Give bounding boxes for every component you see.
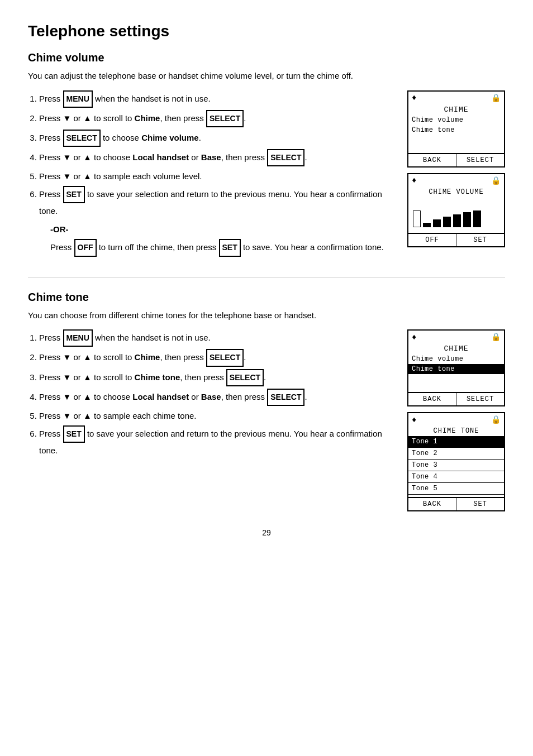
back-btn-1[interactable]: BACK	[408, 154, 456, 166]
screen-lock-4: 🔒	[491, 415, 501, 424]
chime-tone-menu-screen: ♦ 🔒 CHIME Chime volume Chime tone BACK S…	[407, 329, 505, 406]
chime-volume-intro: You can adjust the telephone base or han…	[28, 70, 505, 83]
set-key-3: SET	[63, 425, 85, 443]
screen-top-bar-4: ♦ 🔒	[408, 413, 504, 426]
screen-arrow-2: ♦	[412, 176, 416, 185]
chime-volume-item-2: Chime volume	[408, 354, 504, 364]
chime-tone-content: Press MENU when the handset is not in us…	[28, 329, 505, 511]
vol-bar-5	[463, 212, 471, 227]
step-3: Press SELECT to choose Chime volume.	[39, 130, 396, 147]
chime-volume-instructions: Press MENU when the handset is not in us…	[28, 90, 396, 260]
screen-buttons-4: BACK SET	[408, 497, 504, 510]
off-key: OFF	[74, 239, 97, 256]
page-number: 29	[28, 528, 505, 537]
screen-lock-3: 🔒	[491, 332, 501, 342]
volume-bars	[408, 197, 504, 231]
set-key-1: SET	[63, 186, 85, 203]
tone-step-2: Press ▼ or ▲ to scroll to Chime, then pr…	[39, 349, 396, 366]
chime-tone-list-screen: ♦ 🔒 CHIME TONE Tone 1 Tone 2 Tone 3 Tone…	[407, 412, 505, 511]
tone-step-3: Press ▼ or ▲ to scroll to Chime tone, th…	[39, 369, 396, 386]
chime-tone-steps: Press MENU when the handset is not in us…	[28, 329, 396, 458]
vol-bar-4	[453, 214, 461, 227]
menu-key-1: MENU	[63, 90, 93, 108]
screen-buttons-3: BACK SELECT	[408, 392, 504, 405]
chime-volume-item: Chime volume	[408, 115, 504, 125]
select-key-5: SELECT	[226, 369, 264, 386]
screen-lock-2: 🔒	[491, 176, 501, 185]
chime-menu-screen: ♦ 🔒 CHIME Chime volume Chime tone BACK S…	[407, 90, 505, 168]
set-btn-1[interactable]: SET	[456, 234, 504, 246]
screen-title-3: CHIME	[408, 343, 504, 354]
set-key-2: SET	[219, 239, 241, 256]
select-btn-2[interactable]: SELECT	[456, 393, 504, 405]
tone-step-1: Press MENU when the handset is not in us…	[39, 329, 396, 347]
step-5: Press ▼ or ▲ to sample each volume level…	[39, 169, 396, 184]
chime-tone-item-2: Chime tone	[408, 364, 504, 374]
vol-bar-2	[433, 219, 441, 227]
or-block: -OR- Press OFF to turn off the chime, th…	[39, 222, 396, 256]
back-btn-2[interactable]: BACK	[408, 393, 456, 405]
tone-step-4: Press ▼ or ▲ to choose Local handset or …	[39, 389, 396, 406]
vol-bar-3	[443, 217, 451, 227]
or-label: -OR-	[50, 222, 396, 237]
chime-volume-steps: Press MENU when the handset is not in us…	[28, 90, 396, 257]
screen-buttons-1: BACK SELECT	[408, 153, 504, 166]
screen-top-bar-2: ♦ 🔒	[408, 174, 504, 187]
select-key-4: SELECT	[206, 349, 244, 366]
tone-step-5: Press ▼ or ▲ to sample each chime tone.	[39, 408, 396, 423]
step-4: Press ▼ or ▲ to choose Local handset or …	[39, 149, 396, 166]
vol-bar-6	[473, 210, 481, 227]
tone-step-6: Press SET to save your selection and ret…	[39, 425, 396, 458]
screen-title-4: CHIME TONE	[408, 426, 504, 436]
tone-5-item: Tone 5	[408, 483, 504, 495]
screen-title-1: CHIME	[408, 104, 504, 115]
screen-top-bar-3: ♦ 🔒	[408, 331, 504, 343]
chime-volume-screen: ♦ 🔒 CHIME VOLUME OFF SET	[407, 173, 505, 247]
chime-volume-heading: Chime volume	[28, 51, 505, 64]
screen-arrow-1: ♦	[412, 93, 416, 102]
chime-tone-instructions: Press MENU when the handset is not in us…	[28, 329, 396, 460]
chime-tone-intro: You can choose from different chime tone…	[28, 309, 505, 322]
step-2: Press ▼ or ▲ to scroll to Chime, then pr…	[39, 110, 396, 127]
step-1: Press MENU when the handset is not in us…	[39, 90, 396, 108]
back-btn-3[interactable]: BACK	[408, 498, 456, 510]
chime-volume-section: Chime volume You can adjust the telephon…	[28, 51, 505, 260]
menu-key-2: MENU	[63, 329, 93, 347]
vol-bar-0	[413, 210, 421, 227]
screen-lock-1: 🔒	[491, 93, 501, 103]
tone-3-item: Tone 3	[408, 460, 504, 471]
screen-top-bar-1: ♦ 🔒	[408, 92, 504, 104]
tone-list: Tone 1 Tone 2 Tone 3 Tone 4 Tone 5	[408, 436, 504, 495]
chime-tone-section: Chime tone You can choose from different…	[28, 291, 505, 512]
chime-tone-screens: ♦ 🔒 CHIME Chime volume Chime tone BACK S…	[407, 329, 505, 511]
select-btn-1[interactable]: SELECT	[456, 154, 504, 166]
page-title: Telephone settings	[28, 22, 505, 40]
screen-title-2: CHIME VOLUME	[408, 187, 504, 197]
set-btn-2[interactable]: SET	[456, 498, 504, 510]
tone-1-item: Tone 1	[408, 436, 504, 448]
tone-2-item: Tone 2	[408, 448, 504, 460]
chime-tone-heading: Chime tone	[28, 291, 505, 304]
section-divider	[28, 277, 505, 277]
chime-tone-item: Chime tone	[408, 125, 504, 135]
step-6: Press SET to save your selection and ret…	[39, 186, 396, 256]
screen-arrow-4: ♦	[412, 415, 416, 424]
off-btn[interactable]: OFF	[408, 234, 456, 246]
select-key-1: SELECT	[206, 110, 244, 127]
select-key-2: SELECT	[63, 130, 101, 147]
select-key-3: SELECT	[267, 149, 304, 166]
select-key-6: SELECT	[267, 389, 304, 406]
tone-4-item: Tone 4	[408, 471, 504, 483]
screen-buttons-2: OFF SET	[408, 233, 504, 246]
screen-arrow-3: ♦	[412, 333, 416, 342]
vol-bar-1	[423, 223, 431, 227]
chime-volume-content: Press MENU when the handset is not in us…	[28, 90, 505, 260]
chime-volume-screens: ♦ 🔒 CHIME Chime volume Chime tone BACK S…	[407, 90, 505, 247]
